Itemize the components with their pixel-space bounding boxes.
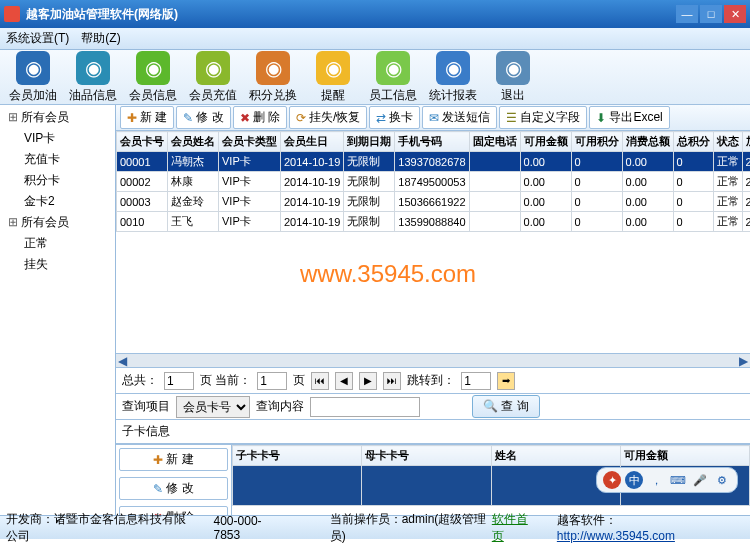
column-header[interactable]: 状态 bbox=[713, 132, 742, 152]
search-field-select[interactable]: 会员卡号 bbox=[176, 396, 250, 418]
column-header[interactable]: 消费总额 bbox=[622, 132, 673, 152]
column-header[interactable]: 到期日期 bbox=[344, 132, 395, 152]
toolbar-提醒[interactable]: ◉提醒 bbox=[304, 49, 362, 106]
custom-fields-button[interactable]: ☰自定义字段 bbox=[499, 106, 587, 129]
column-header[interactable]: 手机号码 bbox=[395, 132, 469, 152]
table-row[interactable]: 0010王飞VIP卡2014-10-19无限制135990888400.0000… bbox=[117, 212, 751, 232]
toolbar-会员充值[interactable]: ◉会员充值 bbox=[184, 49, 242, 106]
page-prev-button[interactable]: ◀ bbox=[335, 372, 353, 390]
subcard-edit-button[interactable]: ✎修 改 bbox=[119, 477, 228, 500]
page-first-button[interactable]: ⏮ bbox=[311, 372, 329, 390]
tree-item[interactable]: 充值卡 bbox=[2, 149, 113, 170]
ime-panel[interactable]: ✦ 中 ， ⌨ 🎤 ⚙ bbox=[596, 467, 738, 493]
tree-item[interactable]: 正常 bbox=[2, 233, 113, 254]
sidebar-tree: 所有会员VIP卡充值卡积分卡金卡2所有会员正常挂失 bbox=[0, 105, 116, 515]
ime-punct-icon[interactable]: ， bbox=[647, 471, 665, 489]
subcard-column: 姓名 bbox=[491, 446, 620, 466]
ime-lang-icon[interactable]: 中 bbox=[625, 471, 643, 489]
ime-keyboard-icon[interactable]: ⌨ bbox=[669, 471, 687, 489]
page-next-button[interactable]: ▶ bbox=[359, 372, 377, 390]
toolbar-icon: ◉ bbox=[376, 51, 410, 85]
toolbar-会员加油[interactable]: ◉会员加油 bbox=[4, 49, 62, 106]
column-header[interactable]: 会员卡类型 bbox=[219, 132, 281, 152]
lost-restore-button[interactable]: ⟳挂失/恢复 bbox=[289, 106, 367, 129]
members-table-wrap[interactable]: 会员卡号会员姓名会员卡类型会员生日到期日期手机号码固定电话可用金额可用积分消费总… bbox=[116, 131, 750, 353]
horizontal-scrollbar[interactable]: ◀▶ bbox=[116, 353, 750, 367]
current-page-input[interactable] bbox=[257, 372, 287, 390]
tree-item[interactable]: 金卡2 bbox=[2, 191, 113, 212]
minimize-button[interactable]: — bbox=[676, 5, 698, 23]
action-bar: ✚新 建 ✎修 改 ✖删 除 ⟳挂失/恢复 ⇄换卡 ✉发送短信 ☰自定义字段 ⬇… bbox=[116, 105, 750, 131]
titlebar: 越客加油站管理软件(网络版) — □ ✕ bbox=[0, 0, 750, 28]
tree-item[interactable]: 所有会员 bbox=[2, 212, 113, 233]
jump-go-button[interactable]: ➡ bbox=[497, 372, 515, 390]
menubar: 系统设置(T) 帮助(Z) bbox=[0, 28, 750, 50]
maximize-button[interactable]: □ bbox=[700, 5, 722, 23]
table-row[interactable]: 00003赵金玲VIP卡2014-10-19无限制150366619220.00… bbox=[117, 192, 751, 212]
subcard-new-button[interactable]: ✚新 建 bbox=[119, 448, 228, 471]
new-button[interactable]: ✚新 建 bbox=[120, 106, 174, 129]
window-title: 越客加油站管理软件(网络版) bbox=[26, 6, 676, 23]
column-header[interactable]: 固定电话 bbox=[469, 132, 520, 152]
toolbar-icon: ◉ bbox=[196, 51, 230, 85]
toolbar-积分兑换[interactable]: ◉积分兑换 bbox=[244, 49, 302, 106]
page-last-button[interactable]: ⏭ bbox=[383, 372, 401, 390]
close-button[interactable]: ✕ bbox=[724, 5, 746, 23]
send-sms-button[interactable]: ✉发送短信 bbox=[422, 106, 497, 129]
toolbar-退出[interactable]: ◉退出 bbox=[484, 49, 542, 106]
tree-item[interactable]: 积分卡 bbox=[2, 170, 113, 191]
software-home-link[interactable]: 软件首页 bbox=[492, 511, 537, 544]
toolbar-icon: ◉ bbox=[436, 51, 470, 85]
table-row[interactable]: 00002林康VIP卡2014-10-19无限制187495000530.000… bbox=[117, 172, 751, 192]
menu-help[interactable]: 帮助(Z) bbox=[81, 30, 120, 47]
swap-card-button[interactable]: ⇄换卡 bbox=[369, 106, 420, 129]
column-header[interactable]: 可用积分 bbox=[571, 132, 622, 152]
phone-label: 400-000-7853 bbox=[214, 514, 284, 542]
search-bar: 查询项目 会员卡号 查询内容 🔍 查 询 bbox=[116, 393, 750, 419]
toolbar-icon: ◉ bbox=[16, 51, 50, 85]
export-excel-button[interactable]: ⬇导出Excel bbox=[589, 106, 669, 129]
total-pages-input[interactable] bbox=[164, 372, 194, 390]
search-button[interactable]: 🔍 查 询 bbox=[472, 395, 540, 418]
main-toolbar: ◉会员加油◉油品信息◉会员信息◉会员充值◉积分兑换◉提醒◉员工信息◉统计报表◉退… bbox=[0, 50, 750, 105]
subcard-column: 母卡卡号 bbox=[362, 446, 491, 466]
tree-item[interactable]: VIP卡 bbox=[2, 128, 113, 149]
ime-settings-icon[interactable]: ⚙ bbox=[713, 471, 731, 489]
vendor-url-link[interactable]: http://www.35945.com bbox=[557, 529, 675, 543]
toolbar-员工信息[interactable]: ◉员工信息 bbox=[364, 49, 422, 106]
tree-item[interactable]: 所有会员 bbox=[2, 107, 113, 128]
toolbar-油品信息[interactable]: ◉油品信息 bbox=[64, 49, 122, 106]
toolbar-统计报表[interactable]: ◉统计报表 bbox=[424, 49, 482, 106]
menu-system[interactable]: 系统设置(T) bbox=[6, 30, 69, 47]
column-header[interactable]: 会员姓名 bbox=[168, 132, 219, 152]
subcard-title: 子卡信息 bbox=[116, 419, 750, 443]
developer-label: 开发商：诸暨市金客信息科技有限公司 bbox=[6, 511, 198, 544]
toolbar-icon: ◉ bbox=[496, 51, 530, 85]
edit-button[interactable]: ✎修 改 bbox=[176, 106, 230, 129]
delete-button[interactable]: ✖删 除 bbox=[233, 106, 287, 129]
tree-item[interactable]: 挂失 bbox=[2, 254, 113, 275]
toolbar-icon: ◉ bbox=[136, 51, 170, 85]
column-header[interactable]: 可用金额 bbox=[520, 132, 571, 152]
ime-mic-icon[interactable]: 🎤 bbox=[691, 471, 709, 489]
ime-logo-icon[interactable]: ✦ bbox=[603, 471, 621, 489]
statusbar: 开发商：诸暨市金客信息科技有限公司 400-000-7853 当前操作员：adm… bbox=[0, 515, 750, 539]
column-header[interactable]: 总积分 bbox=[673, 132, 713, 152]
pager: 总共： 页 当前： 页 ⏮ ◀ ▶ ⏭ 跳转到： ➡ bbox=[116, 367, 750, 393]
subcard-column: 子卡卡号 bbox=[233, 446, 362, 466]
column-header[interactable]: 加入时间 bbox=[742, 132, 750, 152]
toolbar-icon: ◉ bbox=[316, 51, 350, 85]
jump-page-input[interactable] bbox=[461, 372, 491, 390]
toolbar-会员信息[interactable]: ◉会员信息 bbox=[124, 49, 182, 106]
column-header[interactable]: 会员生日 bbox=[281, 132, 344, 152]
search-content-input[interactable] bbox=[310, 397, 420, 417]
column-header[interactable]: 会员卡号 bbox=[117, 132, 168, 152]
table-row[interactable]: 00001冯朝杰VIP卡2014-10-19无限制139370826780.00… bbox=[117, 152, 751, 172]
app-icon bbox=[4, 6, 20, 22]
subcard-column: 可用金额 bbox=[620, 446, 749, 466]
toolbar-icon: ◉ bbox=[256, 51, 290, 85]
toolbar-icon: ◉ bbox=[76, 51, 110, 85]
members-table: 会员卡号会员姓名会员卡类型会员生日到期日期手机号码固定电话可用金额可用积分消费总… bbox=[116, 131, 750, 232]
